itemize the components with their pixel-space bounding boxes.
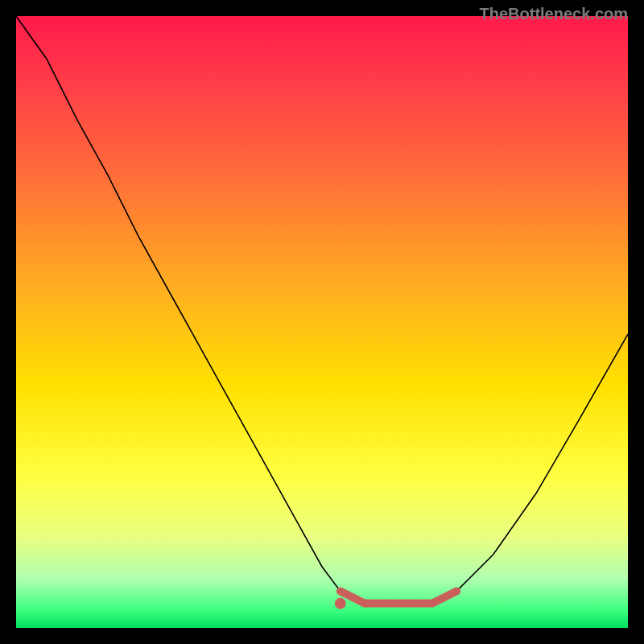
optimal-point-dot: [335, 598, 346, 609]
bottleneck-curve: [16, 16, 628, 604]
chart-container: TheBottleneck.com: [0, 0, 644, 644]
optimal-range-highlight: [341, 591, 456, 603]
chart-overlay: [16, 16, 628, 628]
attribution-text: TheBottleneck.com: [480, 5, 628, 23]
plot-area: [16, 16, 628, 628]
